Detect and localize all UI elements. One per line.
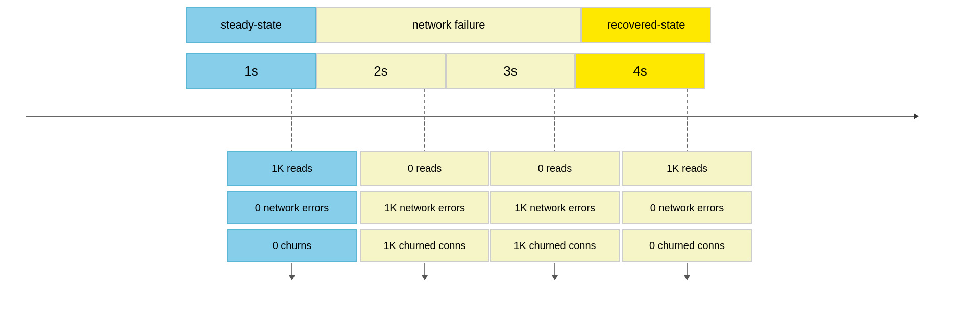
churns-4-label: 0 churned conns (649, 240, 725, 252)
dashed-lines-mid (0, 121, 980, 155)
state-recovered-box: recovered-state (581, 7, 711, 43)
reads-3-label: 0 reads (538, 163, 572, 175)
reads-1-label: 1K reads (272, 163, 312, 175)
reads-1-box: 1K reads (227, 151, 357, 186)
time-3s-label: 3s (503, 63, 517, 79)
errors-3-label: 1K network errors (514, 202, 595, 214)
time-4s-label: 4s (633, 63, 647, 79)
time-2s-label: 2s (374, 63, 387, 79)
errors-1-label: 0 network errors (255, 202, 329, 214)
reads-4-label: 1K reads (667, 163, 707, 175)
errors-2-box: 1K network errors (360, 191, 489, 224)
svg-marker-15 (552, 275, 558, 280)
state-steady-label: steady-state (220, 18, 282, 32)
errors-3-box: 1K network errors (490, 191, 620, 224)
reads-2-label: 0 reads (408, 163, 442, 175)
churns-1-box: 0 churns (227, 229, 357, 262)
reads-3-box: 0 reads (490, 151, 620, 186)
churns-2-box: 1K churned conns (360, 229, 489, 262)
errors-1-box: 0 network errors (227, 191, 357, 224)
churns-3-box: 1K churned conns (490, 229, 620, 262)
reads-4-box: 1K reads (622, 151, 752, 186)
reads-2-box: 0 reads (360, 151, 489, 186)
timeline-arrow (26, 111, 919, 121)
errors-4-box: 0 network errors (622, 191, 752, 224)
svg-marker-11 (289, 275, 295, 280)
churns-1-label: 0 churns (273, 240, 312, 252)
diagram: steady-state network failure recovered-s… (0, 0, 980, 321)
state-failure-box: network failure (316, 7, 581, 43)
state-steady-box: steady-state (186, 7, 316, 43)
churns-4-box: 0 churned conns (622, 229, 752, 262)
time-1s-box: 1s (186, 53, 316, 89)
churns-2-label: 1K churned conns (383, 240, 465, 252)
time-3s-box: 3s (446, 53, 575, 89)
svg-marker-13 (422, 275, 428, 280)
time-1s-label: 1s (244, 63, 258, 79)
time-4s-box: 4s (575, 53, 705, 89)
state-recovered-label: recovered-state (607, 18, 685, 32)
svg-marker-17 (684, 275, 690, 280)
errors-2-label: 1K network errors (384, 202, 465, 214)
time-2s-box: 2s (316, 53, 446, 89)
errors-4-label: 0 network errors (650, 202, 724, 214)
down-arrows (0, 263, 980, 288)
dashed-lines-top (0, 89, 980, 155)
state-failure-label: network failure (412, 18, 485, 32)
churns-3-label: 1K churned conns (513, 240, 596, 252)
svg-marker-1 (914, 113, 919, 119)
